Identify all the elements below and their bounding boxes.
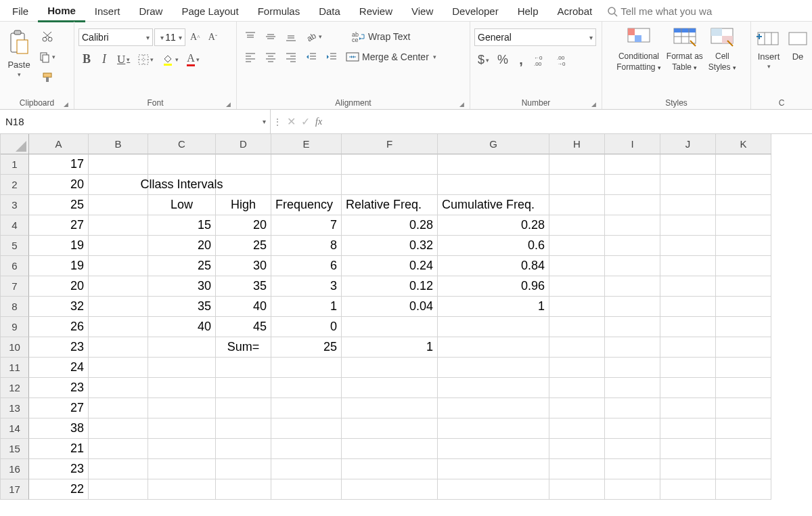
tab-developer[interactable]: Developer — [443, 1, 508, 21]
cell[interactable]: 23 — [29, 378, 89, 398]
cell[interactable] — [605, 175, 660, 195]
cell[interactable] — [660, 439, 716, 459]
tab-insert[interactable]: Insert — [85, 1, 130, 21]
cell[interactable] — [716, 337, 771, 358]
format-as-table-button[interactable]: Format as Table ▾ — [667, 27, 703, 72]
cell[interactable] — [605, 398, 660, 418]
cell[interactable] — [342, 418, 438, 439]
accounting-format-button[interactable]: $▾ — [474, 51, 493, 69]
cell[interactable] — [660, 236, 716, 256]
cell[interactable]: 20 — [148, 236, 216, 256]
cell[interactable] — [660, 175, 716, 195]
cell[interactable] — [716, 398, 771, 418]
cell[interactable] — [438, 154, 549, 175]
italic-button[interactable]: I — [96, 50, 112, 68]
cell[interactable] — [716, 195, 771, 215]
cell[interactable] — [605, 297, 660, 317]
cell[interactable]: 26 — [29, 317, 89, 337]
name-box[interactable]: N18 ▾ — [0, 110, 271, 133]
cell[interactable]: 45 — [216, 317, 271, 337]
cell[interactable] — [716, 297, 771, 317]
cell[interactable] — [438, 418, 549, 439]
column-header[interactable]: G — [438, 134, 549, 154]
column-header[interactable]: E — [271, 134, 342, 154]
cell[interactable] — [549, 418, 605, 439]
cell[interactable] — [605, 154, 660, 175]
cell[interactable] — [716, 479, 771, 500]
cell[interactable] — [438, 175, 549, 195]
cell[interactable] — [271, 418, 342, 439]
cell[interactable]: 0 — [271, 317, 342, 337]
cell[interactable] — [89, 479, 148, 500]
cell[interactable]: 15 — [148, 215, 216, 236]
font-name-combo[interactable]: Calibri▾ — [78, 28, 153, 46]
cell[interactable] — [216, 479, 271, 500]
cell[interactable] — [342, 154, 438, 175]
cell[interactable]: 25 — [29, 195, 89, 215]
cell[interactable] — [549, 479, 605, 500]
cell[interactable] — [716, 256, 771, 276]
align-center-button[interactable] — [261, 49, 280, 65]
cell[interactable] — [438, 358, 549, 378]
cell[interactable] — [716, 236, 771, 256]
cell[interactable]: 0.84 — [438, 256, 549, 276]
cell[interactable] — [271, 175, 342, 195]
cell[interactable] — [216, 418, 271, 439]
font-launcher[interactable]: ◢ — [226, 101, 231, 108]
cell[interactable] — [342, 479, 438, 500]
cell[interactable] — [660, 256, 716, 276]
bold-button[interactable]: B — [78, 50, 95, 68]
tab-home[interactable]: Home — [38, 1, 85, 22]
cell[interactable] — [549, 256, 605, 276]
cell-styles-button[interactable]: Cell Styles ▾ — [708, 27, 736, 72]
cell[interactable] — [216, 358, 271, 378]
cell[interactable] — [342, 317, 438, 337]
cell[interactable] — [605, 236, 660, 256]
cell[interactable] — [716, 276, 771, 297]
cell[interactable] — [549, 195, 605, 215]
cell[interactable] — [716, 439, 771, 459]
cell[interactable] — [438, 459, 549, 479]
cell[interactable] — [216, 459, 271, 479]
cell[interactable] — [605, 337, 660, 358]
row-header[interactable]: 17 — [1, 479, 29, 500]
tab-help[interactable]: Help — [508, 1, 548, 21]
cell[interactable] — [549, 317, 605, 337]
cell[interactable]: 19 — [29, 236, 89, 256]
tab-data[interactable]: Data — [309, 1, 350, 21]
delete-cells-button[interactable]: De — [788, 27, 808, 62]
cell[interactable]: 24 — [29, 358, 89, 378]
cell[interactable]: 8 — [271, 236, 342, 256]
cell[interactable] — [605, 479, 660, 500]
cell[interactable]: 0.04 — [342, 297, 438, 317]
cell[interactable] — [660, 358, 716, 378]
cell[interactable]: Cllass Intervals — [148, 175, 216, 195]
spreadsheet-grid[interactable]: ABCDEFGHIJK117220Cllass Intervals325LowH… — [0, 134, 812, 500]
cell[interactable] — [271, 439, 342, 459]
cell[interactable]: 0.6 — [438, 236, 549, 256]
cell[interactable] — [660, 459, 716, 479]
row-header[interactable]: 8 — [1, 297, 29, 317]
percent-format-button[interactable]: % — [494, 51, 512, 69]
cell[interactable] — [605, 276, 660, 297]
cell[interactable] — [660, 418, 716, 439]
cell[interactable] — [342, 398, 438, 418]
conditional-formatting-button[interactable]: Conditional Formatting ▾ — [616, 27, 661, 72]
tab-view[interactable]: View — [402, 1, 443, 21]
cell[interactable]: 40 — [148, 317, 216, 337]
cell[interactable] — [438, 398, 549, 418]
cell[interactable] — [271, 459, 342, 479]
tab-page-layout[interactable]: Page Layout — [172, 1, 248, 21]
cell[interactable] — [660, 276, 716, 297]
align-left-button[interactable] — [241, 49, 260, 65]
cell[interactable]: 1 — [271, 297, 342, 317]
cell[interactable] — [216, 378, 271, 398]
cell[interactable]: 32 — [29, 297, 89, 317]
cell[interactable]: 6 — [271, 256, 342, 276]
row-header[interactable]: 12 — [1, 378, 29, 398]
cell[interactable]: Frequency — [271, 195, 342, 215]
cell[interactable] — [216, 154, 271, 175]
cell[interactable] — [148, 154, 216, 175]
cell[interactable]: 0.12 — [342, 276, 438, 297]
cell[interactable]: 20 — [216, 215, 271, 236]
